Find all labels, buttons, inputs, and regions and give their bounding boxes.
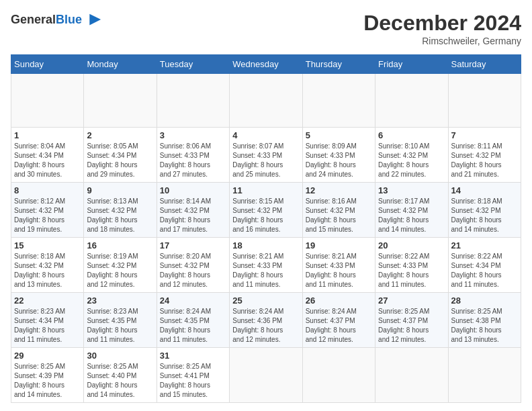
day-info: Sunrise: 8:18 AMSunset: 4:32 PMDaylight:… <box>451 197 518 234</box>
svg-marker-0 <box>89 14 101 26</box>
calendar-cell: 24Sunrise: 8:24 AMSunset: 4:35 PMDayligh… <box>157 293 229 348</box>
day-number: 20 <box>378 240 445 250</box>
calendar-cell <box>375 74 448 128</box>
header: GeneralBlue December 2024 Rimschweiler, … <box>11 11 521 46</box>
calendar-week: 1Sunrise: 8:04 AMSunset: 4:34 PMDaylight… <box>11 128 521 183</box>
header-thursday: Thursday <box>302 55 375 74</box>
day-number: 9 <box>87 185 153 195</box>
calendar-cell: 9Sunrise: 8:13 AMSunset: 4:32 PMDaylight… <box>84 183 157 238</box>
logo: GeneralBlue <box>11 11 102 30</box>
header-row: Sunday Monday Tuesday Wednesday Thursday… <box>11 55 521 74</box>
day-info: Sunrise: 8:23 AMSunset: 4:34 PMDaylight:… <box>14 307 81 345</box>
calendar-cell: 20Sunrise: 8:22 AMSunset: 4:33 PMDayligh… <box>375 238 448 293</box>
calendar-week: 8Sunrise: 8:12 AMSunset: 4:32 PMDaylight… <box>11 183 521 238</box>
day-info: Sunrise: 8:21 AMSunset: 4:33 PMDaylight:… <box>306 252 372 289</box>
calendar-cell: 25Sunrise: 8:24 AMSunset: 4:36 PMDayligh… <box>230 293 302 348</box>
day-number: 30 <box>87 351 153 361</box>
day-number: 1 <box>14 130 81 140</box>
calendar-cell: 15Sunrise: 8:18 AMSunset: 4:32 PMDayligh… <box>11 238 84 293</box>
day-number: 25 <box>232 295 299 306</box>
day-number: 16 <box>87 240 153 250</box>
day-info: Sunrise: 8:12 AMSunset: 4:32 PMDaylight:… <box>14 197 81 234</box>
day-info: Sunrise: 8:25 AMSunset: 4:39 PMDaylight:… <box>14 362 81 400</box>
calendar-cell: 5Sunrise: 8:09 AMSunset: 4:33 PMDaylight… <box>302 128 375 183</box>
header-saturday: Saturday <box>448 55 521 74</box>
calendar-week: 15Sunrise: 8:18 AMSunset: 4:32 PMDayligh… <box>11 238 521 293</box>
day-info: Sunrise: 8:25 AMSunset: 4:41 PMDaylight:… <box>160 362 226 400</box>
day-info: Sunrise: 8:25 AMSunset: 4:37 PMDaylight:… <box>378 307 445 345</box>
logo-text: GeneralBlue <box>11 13 82 27</box>
day-info: Sunrise: 8:10 AMSunset: 4:32 PMDaylight:… <box>378 142 445 179</box>
day-number: 24 <box>160 295 226 306</box>
calendar-cell: 27Sunrise: 8:25 AMSunset: 4:37 PMDayligh… <box>375 293 448 348</box>
day-info: Sunrise: 8:25 AMSunset: 4:40 PMDaylight:… <box>87 362 153 400</box>
calendar-cell: 30Sunrise: 8:25 AMSunset: 4:40 PMDayligh… <box>84 348 157 403</box>
day-number: 21 <box>451 240 518 250</box>
calendar-cell: 21Sunrise: 8:22 AMSunset: 4:34 PMDayligh… <box>448 238 521 293</box>
calendar-cell <box>448 74 521 128</box>
day-number: 28 <box>451 295 518 306</box>
day-info: Sunrise: 8:17 AMSunset: 4:32 PMDaylight:… <box>378 197 445 234</box>
day-number: 8 <box>14 185 81 195</box>
calendar-cell <box>157 74 229 128</box>
day-number: 6 <box>378 130 445 140</box>
day-info: Sunrise: 8:07 AMSunset: 4:33 PMDaylight:… <box>232 142 299 179</box>
calendar-cell: 12Sunrise: 8:16 AMSunset: 4:32 PMDayligh… <box>302 183 375 238</box>
calendar-cell <box>11 74 84 128</box>
calendar-cell <box>375 348 448 403</box>
calendar-cell <box>230 74 302 128</box>
calendar-cell: 10Sunrise: 8:14 AMSunset: 4:32 PMDayligh… <box>157 183 229 238</box>
calendar-cell: 13Sunrise: 8:17 AMSunset: 4:32 PMDayligh… <box>375 183 448 238</box>
calendar-cell: 1Sunrise: 8:04 AMSunset: 4:34 PMDaylight… <box>11 128 84 183</box>
day-info: Sunrise: 8:20 AMSunset: 4:32 PMDaylight:… <box>160 252 226 289</box>
calendar-cell: 7Sunrise: 8:11 AMSunset: 4:32 PMDaylight… <box>448 128 521 183</box>
day-number: 7 <box>451 130 518 140</box>
day-number: 27 <box>378 295 445 306</box>
header-wednesday: Wednesday <box>230 55 302 74</box>
day-number: 23 <box>87 295 153 306</box>
day-info: Sunrise: 8:24 AMSunset: 4:36 PMDaylight:… <box>232 307 299 345</box>
calendar-cell: 6Sunrise: 8:10 AMSunset: 4:32 PMDaylight… <box>375 128 448 183</box>
header-monday: Monday <box>84 55 157 74</box>
calendar-week: 29Sunrise: 8:25 AMSunset: 4:39 PMDayligh… <box>11 348 521 403</box>
calendar-cell <box>448 348 521 403</box>
calendar-table: Sunday Monday Tuesday Wednesday Thursday… <box>11 54 521 403</box>
day-number: 10 <box>160 185 226 195</box>
header-friday: Friday <box>375 55 448 74</box>
header-tuesday: Tuesday <box>157 55 229 74</box>
day-info: Sunrise: 8:14 AMSunset: 4:32 PMDaylight:… <box>160 197 226 234</box>
calendar-cell: 22Sunrise: 8:23 AMSunset: 4:34 PMDayligh… <box>11 293 84 348</box>
day-info: Sunrise: 8:22 AMSunset: 4:33 PMDaylight:… <box>378 252 445 289</box>
calendar-cell: 14Sunrise: 8:18 AMSunset: 4:32 PMDayligh… <box>448 183 521 238</box>
day-number: 31 <box>160 351 226 361</box>
calendar-week: 22Sunrise: 8:23 AMSunset: 4:34 PMDayligh… <box>11 293 521 348</box>
calendar-cell: 31Sunrise: 8:25 AMSunset: 4:41 PMDayligh… <box>157 348 229 403</box>
day-number: 3 <box>160 130 226 140</box>
calendar-cell: 29Sunrise: 8:25 AMSunset: 4:39 PMDayligh… <box>11 348 84 403</box>
day-number: 18 <box>232 240 299 250</box>
calendar-cell: 26Sunrise: 8:24 AMSunset: 4:37 PMDayligh… <box>302 293 375 348</box>
day-number: 19 <box>306 240 372 250</box>
day-number: 5 <box>306 130 372 140</box>
calendar-cell <box>302 74 375 128</box>
month-title: December 2024 <box>363 11 521 36</box>
day-number: 22 <box>14 295 81 306</box>
calendar-cell <box>84 74 157 128</box>
calendar-cell: 11Sunrise: 8:15 AMSunset: 4:32 PMDayligh… <box>230 183 302 238</box>
location: Rimschweiler, Germany <box>363 36 521 46</box>
calendar-cell: 28Sunrise: 8:25 AMSunset: 4:38 PMDayligh… <box>448 293 521 348</box>
day-number: 2 <box>87 130 153 140</box>
day-info: Sunrise: 8:06 AMSunset: 4:33 PMDaylight:… <box>160 142 226 179</box>
day-info: Sunrise: 8:05 AMSunset: 4:34 PMDaylight:… <box>87 142 153 179</box>
calendar-week <box>11 74 521 128</box>
day-number: 14 <box>451 185 518 195</box>
day-number: 13 <box>378 185 445 195</box>
calendar-cell: 3Sunrise: 8:06 AMSunset: 4:33 PMDaylight… <box>157 128 229 183</box>
title-area: December 2024 Rimschweiler, Germany <box>363 11 521 46</box>
header-sunday: Sunday <box>11 55 84 74</box>
calendar-cell: 2Sunrise: 8:05 AMSunset: 4:34 PMDaylight… <box>84 128 157 183</box>
calendar-cell: 8Sunrise: 8:12 AMSunset: 4:32 PMDaylight… <box>11 183 84 238</box>
day-info: Sunrise: 8:18 AMSunset: 4:32 PMDaylight:… <box>14 252 81 289</box>
day-number: 12 <box>306 185 372 195</box>
calendar-cell: 16Sunrise: 8:19 AMSunset: 4:32 PMDayligh… <box>84 238 157 293</box>
